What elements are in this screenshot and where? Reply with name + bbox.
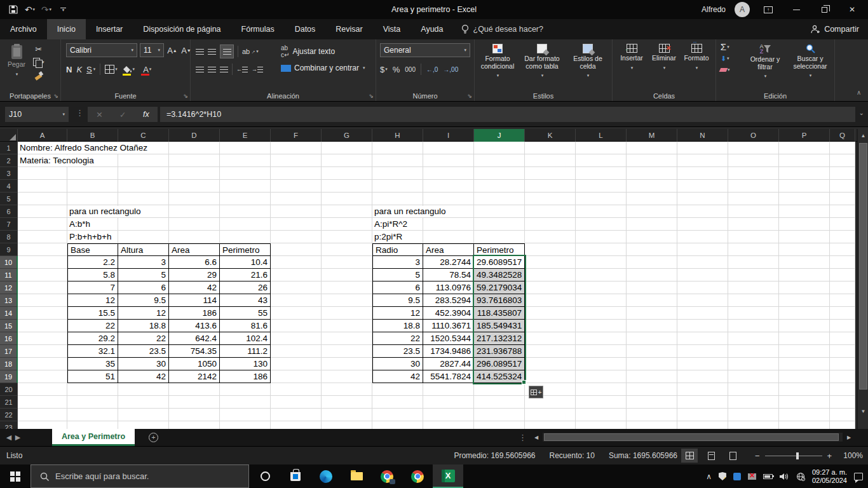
fill-handle[interactable] [522,380,526,384]
column-header-M[interactable]: M [627,129,677,142]
percent-format-icon[interactable]: % [393,62,400,76]
expand-formula-bar-icon[interactable]: ⌄ [859,109,864,116]
new-sheet-icon[interactable]: + [149,433,158,442]
cell-H17[interactable]: 23.5 [372,345,423,358]
increase-font-icon[interactable]: A▲ [166,43,178,57]
cell-C19[interactable]: 42 [118,370,169,383]
row-header-8[interactable]: 8 [0,231,18,243]
tab-ayuda[interactable]: Ayuda [410,19,453,39]
cell-D10[interactable]: 6.6 [169,256,220,269]
tab-vista[interactable]: Vista [373,19,411,39]
cell-C9[interactable]: Altura [118,243,169,256]
scroll-up-icon[interactable]: ▲ [858,130,868,141]
horizontal-scroll-thumb[interactable] [544,433,839,441]
format-painter-icon[interactable] [33,70,44,81]
tab-insertar[interactable]: Insertar [86,19,133,39]
row-header-4[interactable]: 4 [0,180,18,193]
formula-bar-handle[interactable]: ⋮ [76,108,84,118]
cell-E10[interactable]: 10.4 [220,256,271,269]
cut-icon[interactable]: ✂ [33,43,44,55]
cell-D17[interactable]: 754.35 [169,345,220,358]
row-header-2[interactable]: 2 [0,154,18,167]
cell-D18[interactable]: 1050 [169,358,220,370]
cell-E19[interactable]: 186 [220,370,271,383]
battery-icon[interactable] [763,474,773,479]
cell-B17[interactable]: 32.1 [67,345,118,358]
cell-I12[interactable]: 113.0976 [423,281,474,294]
cell-H14[interactable]: 12 [372,307,423,320]
format-cells-button[interactable]: ↔ Formato▾ [681,41,712,71]
tab-datos[interactable]: Datos [285,19,326,39]
cell-B10[interactable]: 2.2 [67,256,118,269]
autosum-icon[interactable]: Σ▾ [720,42,730,52]
scroll-down-icon[interactable]: ▼ [858,406,868,417]
row-header-19[interactable]: 19 [0,370,18,383]
increase-indent-icon[interactable]: → [252,62,263,76]
cell-C16[interactable]: 22 [118,332,169,345]
cell-J12[interactable]: 59.2179034 [474,281,525,294]
row-header-23[interactable]: 23 [0,421,18,429]
row-header-1[interactable]: 1 [0,142,18,154]
increase-decimal-icon[interactable]: ←,0 [426,62,438,76]
cell-C12[interactable]: 6 [118,281,169,294]
cell-H19[interactable]: 42 [372,370,423,383]
align-left-icon[interactable] [196,62,204,76]
cell-H6[interactable]: para un rectangulo [374,206,450,217]
cell-E11[interactable]: 21.6 [220,269,271,281]
comma-format-icon[interactable]: 000 [405,62,416,76]
insert-cells-button[interactable]: ← Insertar▾ [616,41,647,71]
tab-fórmulas[interactable]: Fórmulas [231,19,285,39]
cell-E15[interactable]: 81.6 [220,320,271,332]
zoom-slider-thumb[interactable] [796,452,799,459]
vertical-scrollbar[interactable]: ▲ ▼ [857,129,868,429]
collapse-ribbon-icon[interactable]: ∧ [857,89,861,96]
cell-B7[interactable]: A:b*h [69,219,94,230]
column-header-J[interactable]: J [474,129,525,142]
zoom-percent[interactable]: 100% [843,451,863,460]
confirm-entry-icon[interactable]: ✓ [119,110,126,119]
cell-C15[interactable]: 18.8 [118,320,169,332]
merge-center-button[interactable]: Combinar y centrar▾ [281,64,365,72]
cell-D12[interactable]: 42 [169,281,220,294]
cell-J10[interactable]: 29.6089517 [474,256,525,269]
cell-C11[interactable]: 5 [118,269,169,281]
row-header-18[interactable]: 18 [0,358,18,370]
row-header-13[interactable]: 13 [0,294,18,307]
cell-I16[interactable]: 1520.5344 [423,332,474,345]
conditional-formatting-button[interactable]: Formato condicional▾ [477,41,518,79]
cell-H10[interactable]: 3 [372,256,423,269]
delete-cells-button[interactable]: ✕ Eliminar▾ [649,41,679,71]
cell-J13[interactable]: 93.7616803 [474,294,525,307]
align-bottom-icon[interactable] [220,44,234,58]
cell-D15[interactable]: 413.6 [169,320,220,332]
cell-D11[interactable]: 29 [169,269,220,281]
column-header-D[interactable]: D [169,129,220,142]
cell-J19[interactable]: 414.525324 [474,370,525,383]
tell-me-search[interactable]: ¿Qué desea hacer? [454,19,552,39]
avatar[interactable]: A [735,2,750,17]
cell-H7[interactable]: A:pi*R^2 [374,219,411,230]
cell-C18[interactable]: 30 [118,358,169,370]
column-header-L[interactable]: L [576,129,627,142]
format-as-table-button[interactable]: Dar formato como tabla▾ [522,41,562,79]
vertical-scroll-thumb[interactable] [859,143,867,390]
cell-E9[interactable]: Perimetro [220,243,271,256]
tab-disposición-de-página[interactable]: Disposición de página [133,19,231,39]
display-error-icon[interactable] [748,473,756,480]
alignment-dialog-launcher[interactable]: ⇘ [369,93,374,99]
number-format-select[interactable]: General▾ [380,43,470,57]
horizontal-scrollbar[interactable] [543,433,843,442]
network-globe-icon[interactable] [796,472,805,481]
sort-filter-button[interactable]: AZ Ordenar y filtrar▾ [744,41,786,80]
column-header-N[interactable]: N [677,129,728,142]
fill-color-icon[interactable]: ▾ [122,62,136,76]
column-header-C[interactable]: C [118,129,169,142]
close-button[interactable]: ✕ [843,0,862,19]
align-middle-icon[interactable] [208,44,216,58]
taskbar-search[interactable]: Escribe aquí para buscar. [31,464,249,488]
cell-B15[interactable]: 22 [67,320,118,332]
cell-H16[interactable]: 22 [372,332,423,345]
cell-I19[interactable]: 5541.7824 [423,370,474,383]
row-header-7[interactable]: 7 [0,218,18,231]
row-header-5[interactable]: 5 [0,193,18,205]
